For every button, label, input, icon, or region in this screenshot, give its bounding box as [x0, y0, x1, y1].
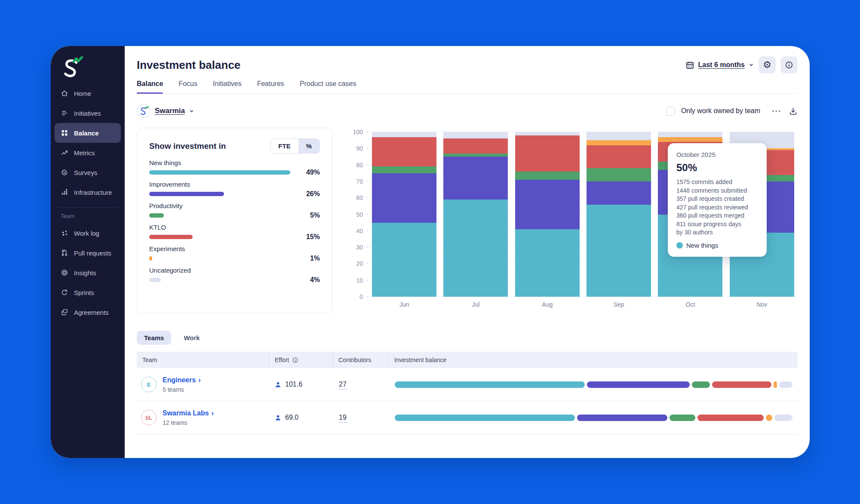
- contributors-value[interactable]: 19: [339, 414, 347, 423]
- sidebar-item-balance[interactable]: Balance: [55, 123, 121, 143]
- view-toggle-teams[interactable]: Teams: [137, 331, 171, 345]
- chart-segment-ktlo[interactable]: [515, 135, 580, 172]
- sidebar-item-work-log[interactable]: Work log: [55, 223, 121, 243]
- chart-segment-new-things[interactable]: [443, 200, 508, 297]
- chart-bar-aug[interactable]: [515, 132, 580, 297]
- chart-segment-uncategorized[interactable]: [443, 132, 508, 138]
- contributors-value[interactable]: 27: [339, 381, 347, 390]
- balance-segment[interactable]: [670, 415, 696, 421]
- balance-segment[interactable]: [587, 381, 690, 388]
- tooltip-stat: 1575 commits added: [676, 178, 758, 187]
- investment-category-label: New things: [149, 159, 320, 166]
- sidebar-item-insights[interactable]: Insights: [55, 263, 121, 283]
- sidebar-item-home[interactable]: Home: [55, 83, 121, 103]
- y-axis-label: 20: [356, 260, 363, 267]
- y-axis-label: 70: [356, 178, 363, 185]
- metrics-icon: [61, 149, 68, 157]
- info-button[interactable]: [780, 56, 798, 74]
- page-title: Investment balance: [137, 58, 240, 72]
- chart-segment-uncategorized[interactable]: [515, 132, 580, 135]
- chart-segment-new-things[interactable]: [372, 223, 436, 297]
- chart-segment-experiments[interactable]: [658, 137, 722, 142]
- sidebar-item-pull-requests[interactable]: Pull requests: [55, 243, 121, 263]
- balance-segment[interactable]: [766, 415, 772, 421]
- balance-segment[interactable]: [395, 415, 575, 421]
- unit-toggle-[interactable]: %: [298, 139, 319, 153]
- sidebar-item-surveys[interactable]: Surveys: [55, 163, 121, 182]
- tab-balance[interactable]: Balance: [137, 80, 163, 93]
- view-toggle-work[interactable]: Work: [176, 331, 207, 345]
- investment-row-experiments: Experiments1%: [149, 245, 320, 261]
- sidebar-item-metrics[interactable]: Metrics: [55, 143, 121, 163]
- chart-segment-new-things[interactable]: [515, 229, 580, 297]
- tab-features[interactable]: Features: [257, 80, 284, 93]
- date-range-selector[interactable]: Last 6 months: [685, 61, 754, 70]
- investment-panel-head: Show investment in FTE%: [149, 138, 320, 154]
- investment-balance-bar: [388, 415, 798, 421]
- chart-segment-productivity[interactable]: [372, 166, 436, 173]
- chart-segment-ktlo[interactable]: [372, 137, 436, 167]
- team-selector[interactable]: Swarmia: [137, 104, 194, 118]
- balance-segment[interactable]: [697, 415, 764, 421]
- chart-segment-uncategorized[interactable]: [372, 132, 436, 137]
- sidebar-nav: HomeInitiativesBalanceMetricsSurveysInfr…: [51, 83, 125, 322]
- balance-segment[interactable]: [577, 415, 667, 421]
- only-team-work-checkbox[interactable]: [666, 107, 675, 116]
- chart-segment-improvements[interactable]: [372, 173, 436, 223]
- chart-segment-ktlo[interactable]: [587, 145, 651, 169]
- column-header-team[interactable]: Team: [137, 352, 269, 368]
- sidebar-item-sprints[interactable]: Sprints: [55, 283, 121, 302]
- investment-row-ktlo: KTLO15%: [149, 224, 320, 240]
- chart-bar-jun[interactable]: [372, 132, 436, 297]
- column-header-effort[interactable]: Effort: [269, 352, 332, 368]
- chart-segment-productivity[interactable]: [587, 168, 651, 181]
- chart-segment-new-things[interactable]: [587, 205, 651, 297]
- balance-segment[interactable]: [712, 381, 771, 388]
- balance-segment[interactable]: [395, 381, 585, 388]
- x-axis-label: Jul: [440, 301, 511, 313]
- chart-segment-improvements[interactable]: [443, 157, 508, 200]
- chart-segment-productivity[interactable]: [443, 154, 508, 157]
- chart-segment-improvements[interactable]: [515, 180, 580, 229]
- chart-bar-sep[interactable]: [587, 132, 651, 297]
- chart-segment-improvements[interactable]: [587, 181, 651, 205]
- investment-panel: Show investment in FTE% New things49%Imp…: [137, 128, 332, 313]
- y-axis-label: 80: [356, 162, 363, 169]
- chart-segment-ktlo[interactable]: [443, 138, 508, 153]
- team-link[interactable]: Engineers: [163, 376, 196, 384]
- x-axis-label: Jun: [369, 301, 440, 313]
- chart-segment-experiments[interactable]: [587, 140, 651, 145]
- sidebar-item-initiatives[interactable]: Initiatives: [55, 103, 121, 123]
- chart-segment-uncategorized[interactable]: [658, 132, 722, 137]
- y-axis-label: 90: [356, 145, 363, 152]
- surveys-icon: [61, 169, 68, 176]
- insights-icon: [61, 269, 68, 277]
- investment-bar-line: 4%: [149, 277, 320, 283]
- chart-bar-jul[interactable]: [443, 132, 508, 297]
- investment-category-label: Improvements: [149, 181, 320, 188]
- tab-initiatives[interactable]: Initiatives: [213, 80, 242, 93]
- balance-segment[interactable]: [774, 381, 777, 388]
- column-header-investment-balance[interactable]: Investment balance: [388, 352, 798, 368]
- sidebar-item-label: Infrastructure: [74, 189, 112, 196]
- y-axis-label: 0: [359, 293, 363, 300]
- investment-value: 49%: [306, 169, 320, 176]
- balance-segment[interactable]: [692, 381, 710, 388]
- settings-button[interactable]: ⚙: [759, 56, 776, 74]
- tooltip-stat: 357 pull requests created: [676, 195, 758, 203]
- sidebar-item-infrastructure[interactable]: Infrastructure: [55, 182, 121, 202]
- balance-segment[interactable]: [779, 381, 792, 388]
- column-header-contributors[interactable]: Contributors: [332, 352, 388, 368]
- chart-segment-productivity[interactable]: [515, 172, 580, 180]
- balance-segment[interactable]: [774, 415, 792, 421]
- unit-toggle-fte[interactable]: FTE: [270, 139, 298, 153]
- only-team-work-label: Only work owned by team: [681, 107, 760, 115]
- download-button[interactable]: [789, 107, 798, 116]
- balance-icon: [61, 129, 68, 137]
- chart-segment-uncategorized[interactable]: [587, 132, 651, 140]
- sidebar-item-agreements[interactable]: Agreements: [55, 302, 121, 322]
- team-link[interactable]: Swarmia Labs: [163, 409, 209, 417]
- tab-product-use-cases[interactable]: Product use cases: [300, 80, 356, 93]
- tab-focus[interactable]: Focus: [178, 80, 197, 93]
- team-name-line: Swarmia Labs›: [163, 409, 214, 418]
